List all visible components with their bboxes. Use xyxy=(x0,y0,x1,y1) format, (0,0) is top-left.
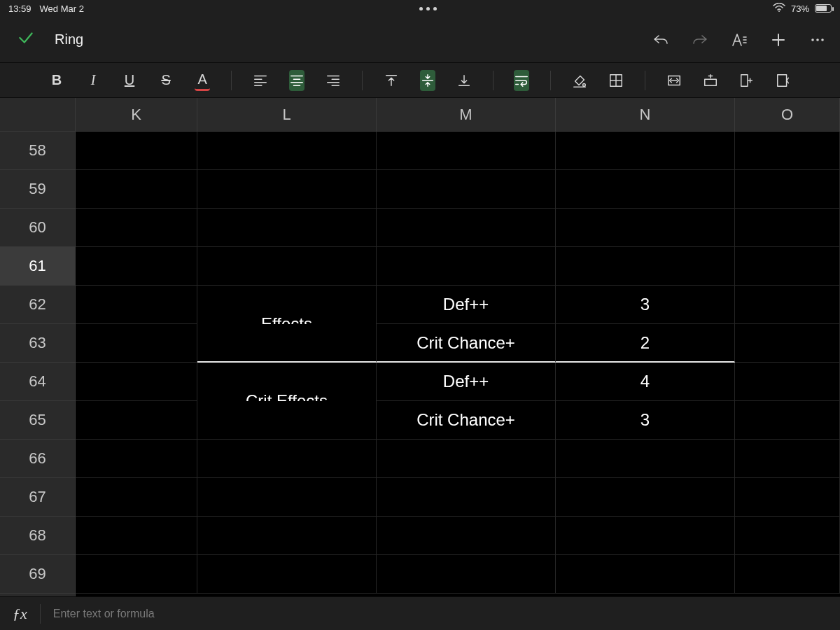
row-header-67[interactable]: 67 xyxy=(0,478,75,517)
spreadsheet-grid[interactable]: K L M N O 585960616263646566676869 Effec… xyxy=(0,98,840,596)
cell-K62[interactable] xyxy=(76,286,197,324)
cell-M66[interactable] xyxy=(377,440,556,478)
more-icon[interactable] xyxy=(809,31,826,48)
add-icon[interactable] xyxy=(770,31,787,48)
cell-L60[interactable] xyxy=(197,209,377,247)
merge-cells-button[interactable] xyxy=(666,70,682,91)
cell-L61[interactable] xyxy=(197,247,377,286)
valign-bottom-button[interactable] xyxy=(456,70,472,91)
select-all-corner[interactable] xyxy=(0,98,76,131)
cell-N66[interactable] xyxy=(556,440,735,478)
redo-icon[interactable] xyxy=(692,31,708,48)
cell-M68[interactable] xyxy=(377,517,556,555)
row-header-64[interactable]: 64 xyxy=(0,363,75,401)
col-header-L[interactable]: L xyxy=(197,98,377,131)
cell-K64[interactable] xyxy=(76,363,197,401)
cell-K63[interactable] xyxy=(76,324,197,363)
row-header-58[interactable]: 58 xyxy=(0,132,75,170)
cell-N61[interactable] xyxy=(556,247,735,286)
cell-K58[interactable] xyxy=(76,132,197,170)
valign-top-button[interactable] xyxy=(384,70,399,91)
insert-row-button[interactable] xyxy=(703,70,718,91)
insert-column-button[interactable] xyxy=(739,70,755,91)
wrap-text-button[interactable] xyxy=(514,70,529,91)
cell-O64[interactable] xyxy=(735,363,840,401)
cell-O58[interactable] xyxy=(735,132,840,170)
cell-M61[interactable] xyxy=(377,247,556,286)
cell-N64[interactable]: 4 xyxy=(556,363,735,401)
cell-O68[interactable] xyxy=(735,517,840,555)
cell-K59[interactable] xyxy=(76,170,197,209)
cell-M65[interactable]: Crit Chance+ xyxy=(377,401,556,440)
cell-O67[interactable] xyxy=(735,478,840,517)
cell-N58[interactable] xyxy=(556,132,735,170)
cell-O66[interactable] xyxy=(735,440,840,478)
bold-button[interactable]: B xyxy=(49,70,64,91)
cell-O63[interactable] xyxy=(735,324,840,363)
cell-K66[interactable] xyxy=(76,440,197,478)
multitask-dots-icon[interactable] xyxy=(419,7,437,10)
font-options-icon[interactable] xyxy=(731,31,748,48)
cell-O65[interactable] xyxy=(735,401,840,440)
row-header-69[interactable]: 69 xyxy=(0,555,75,594)
row-header-61[interactable]: 61 xyxy=(0,247,75,286)
cell-L67[interactable] xyxy=(197,478,377,517)
fx-icon[interactable]: ƒx xyxy=(13,605,27,623)
align-right-button[interactable] xyxy=(326,70,341,91)
col-header-M[interactable]: M xyxy=(377,98,556,131)
cell-N60[interactable] xyxy=(556,209,735,247)
underline-button[interactable]: U xyxy=(122,70,137,91)
cell-M63[interactable]: Crit Chance+ xyxy=(377,324,556,363)
cell-N67[interactable] xyxy=(556,478,735,517)
cell-N59[interactable] xyxy=(556,170,735,209)
cell-L58[interactable] xyxy=(197,132,377,170)
valign-middle-button[interactable] xyxy=(420,70,435,91)
accept-check-icon[interactable] xyxy=(17,29,35,51)
cell-O59[interactable] xyxy=(735,170,840,209)
cell-N62[interactable]: 3 xyxy=(556,286,735,324)
cell-K61[interactable] xyxy=(76,247,197,286)
row-header-59[interactable]: 59 xyxy=(0,170,75,209)
column-headers[interactable]: K L M N O xyxy=(0,98,840,132)
text-color-button[interactable]: A xyxy=(195,70,210,91)
cell-M60[interactable] xyxy=(377,209,556,247)
row-header-65[interactable]: 65 xyxy=(0,401,75,440)
row-header-60[interactable]: 60 xyxy=(0,209,75,247)
cell-K67[interactable] xyxy=(76,478,197,517)
cell-K60[interactable] xyxy=(76,209,197,247)
col-header-N[interactable]: N xyxy=(556,98,735,131)
col-header-K[interactable]: K xyxy=(76,98,197,131)
italic-button[interactable]: I xyxy=(85,70,101,91)
fill-color-button[interactable] xyxy=(572,70,587,91)
cell-L65[interactable] xyxy=(197,401,377,440)
row-header-66[interactable]: 66 xyxy=(0,440,75,478)
align-left-button[interactable] xyxy=(253,70,268,91)
cell-L69[interactable] xyxy=(197,555,377,594)
cell-L62[interactable]: Effects xyxy=(197,286,377,324)
row-header-62[interactable]: 62 xyxy=(0,286,75,324)
cell-O62[interactable] xyxy=(735,286,840,324)
cell-O60[interactable] xyxy=(735,209,840,247)
cell-L66[interactable] xyxy=(197,440,377,478)
undo-icon[interactable] xyxy=(652,31,669,48)
col-header-O[interactable]: O xyxy=(735,98,840,131)
cell-N69[interactable] xyxy=(556,555,735,594)
cell-M67[interactable] xyxy=(377,478,556,517)
cell-N65[interactable]: 3 xyxy=(556,401,735,440)
row-headers[interactable]: 585960616263646566676869 xyxy=(0,132,76,596)
cell-M64[interactable]: Def++ xyxy=(377,363,556,401)
document-title[interactable]: Ring xyxy=(55,31,83,48)
cell-M58[interactable] xyxy=(377,132,556,170)
cell-L59[interactable] xyxy=(197,170,377,209)
borders-button[interactable] xyxy=(608,70,624,91)
cell-M69[interactable] xyxy=(377,555,556,594)
cell-L68[interactable] xyxy=(197,517,377,555)
cell-O69[interactable] xyxy=(735,555,840,594)
cell-L64[interactable]: Crit Effects xyxy=(197,363,377,401)
row-header-63[interactable]: 63 xyxy=(0,324,75,363)
cells-area[interactable]: EffectsDef++3Crit Chance+2Crit EffectsDe… xyxy=(76,132,840,596)
cell-K68[interactable] xyxy=(76,517,197,555)
formula-input[interactable] xyxy=(53,603,827,625)
align-center-button[interactable] xyxy=(289,70,304,91)
insert-cell-button[interactable] xyxy=(776,70,791,91)
